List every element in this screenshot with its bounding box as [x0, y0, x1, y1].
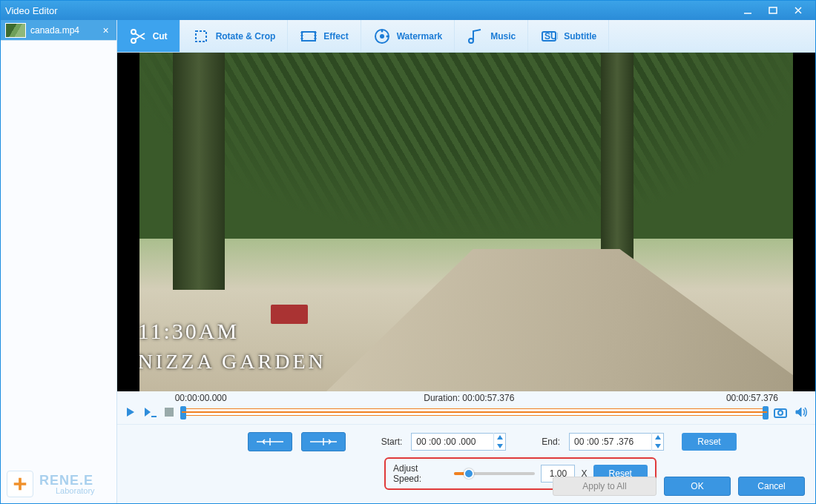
file-tab[interactable]: canada.mp4 × — [1, 20, 116, 41]
svg-point-14 — [778, 411, 783, 415]
window-title: Video Editor — [5, 5, 735, 16]
stop-button[interactable] — [162, 405, 177, 420]
watermark-icon — [373, 27, 391, 45]
svg-rect-3 — [196, 31, 206, 42]
play-next-button[interactable] — [142, 405, 157, 420]
start-spin-up[interactable] — [494, 433, 505, 442]
minimize-button[interactable] — [735, 1, 760, 20]
ok-button[interactable]: OK — [664, 477, 731, 496]
tab-rotate-label: Rotate & Crop — [216, 31, 276, 42]
start-label: Start: — [381, 437, 403, 447]
tab-cut-label: Cut — [153, 31, 168, 42]
brand: RENE.E Laboratory — [1, 465, 116, 503]
speed-thumb[interactable] — [464, 468, 474, 479]
timeline-end-time: 00:00:57.376 — [711, 393, 778, 403]
music-icon — [467, 27, 484, 45]
svg-point-7 — [381, 30, 383, 32]
tab-rotate-crop[interactable]: Rotate & Crop — [180, 20, 289, 52]
speed-slider[interactable] — [454, 472, 535, 475]
svg-rect-12 — [165, 408, 174, 417]
end-time-input[interactable] — [569, 433, 664, 451]
trim-end-handle[interactable] — [763, 406, 769, 420]
tab-music[interactable]: Music — [455, 20, 528, 52]
titlebar: Video Editor — [1, 1, 815, 20]
svg-text:SUB: SUB — [544, 31, 558, 42]
svg-point-8 — [386, 35, 388, 37]
brand-line2: Laboratory — [56, 487, 95, 495]
tab-watermark[interactable]: Watermark — [361, 20, 455, 52]
tab-effect-label: Effect — [323, 31, 348, 42]
end-time-field[interactable] — [570, 437, 651, 447]
timeline-start-time: 00:00:00.000 — [175, 393, 227, 403]
footer: Apply to All OK Cancel — [553, 477, 805, 496]
start-spin-down[interactable] — [494, 442, 505, 451]
start-time-field[interactable] — [412, 437, 493, 447]
toolbar: Cut Rotate & Crop Effect Watermark Music… — [117, 20, 815, 53]
subtitle-icon: SUB — [540, 27, 558, 45]
file-name: canada.mp4 — [30, 25, 95, 36]
tab-subtitle-label: Subtitle — [564, 31, 596, 42]
cancel-button[interactable]: Cancel — [738, 477, 805, 496]
main: Cut Rotate & Crop Effect Watermark Music… — [117, 20, 815, 503]
split-left-button[interactable] — [248, 432, 292, 451]
split-right-button[interactable] — [301, 432, 346, 451]
tab-subtitle[interactable]: SUB Subtitle — [528, 20, 609, 52]
tab-cut[interactable]: Cut — [117, 20, 180, 52]
end-spin-up[interactable] — [652, 433, 663, 442]
apply-all-button[interactable]: Apply to All — [553, 477, 657, 496]
effect-icon — [300, 27, 317, 45]
brand-logo-icon — [7, 471, 33, 497]
brand-line1: RENE.E — [39, 474, 95, 487]
controls-panel: Start: End: Reset Adjust Speed: — [117, 424, 815, 503]
crop-icon — [192, 27, 210, 45]
close-button[interactable] — [786, 1, 811, 20]
svg-rect-11 — [151, 416, 157, 417]
timeline: 00:00:00.000 Duration: 00:00:57.376 00:0… — [117, 391, 815, 424]
timeline-duration: Duration: 00:00:57.376 — [227, 393, 711, 403]
snapshot-button[interactable] — [772, 405, 789, 420]
end-spin-down[interactable] — [652, 442, 663, 451]
scissors-icon — [129, 27, 147, 45]
trim-start-handle[interactable] — [180, 406, 186, 420]
timeline-track[interactable] — [181, 408, 768, 416]
file-close-icon[interactable]: × — [99, 24, 111, 36]
volume-button[interactable] — [793, 405, 809, 420]
file-thumbnail — [5, 23, 26, 38]
reset-time-button[interactable]: Reset — [682, 433, 737, 451]
tab-effect[interactable]: Effect — [288, 20, 361, 52]
tab-music-label: Music — [490, 31, 516, 42]
svg-rect-0 — [769, 7, 777, 13]
end-label: End: — [542, 437, 560, 447]
sidebar: canada.mp4 × RENE.E Laboratory — [1, 20, 117, 503]
play-button[interactable] — [123, 405, 138, 420]
speed-label: Adjust Speed: — [393, 463, 448, 484]
tab-watermark-label: Watermark — [397, 31, 443, 42]
maximize-button[interactable] — [760, 1, 786, 20]
video-preview[interactable]: 11:30AM NIZZA GARDEN — [117, 53, 815, 391]
svg-rect-4 — [302, 32, 315, 41]
start-time-input[interactable] — [411, 433, 506, 451]
svg-point-6 — [380, 34, 384, 39]
